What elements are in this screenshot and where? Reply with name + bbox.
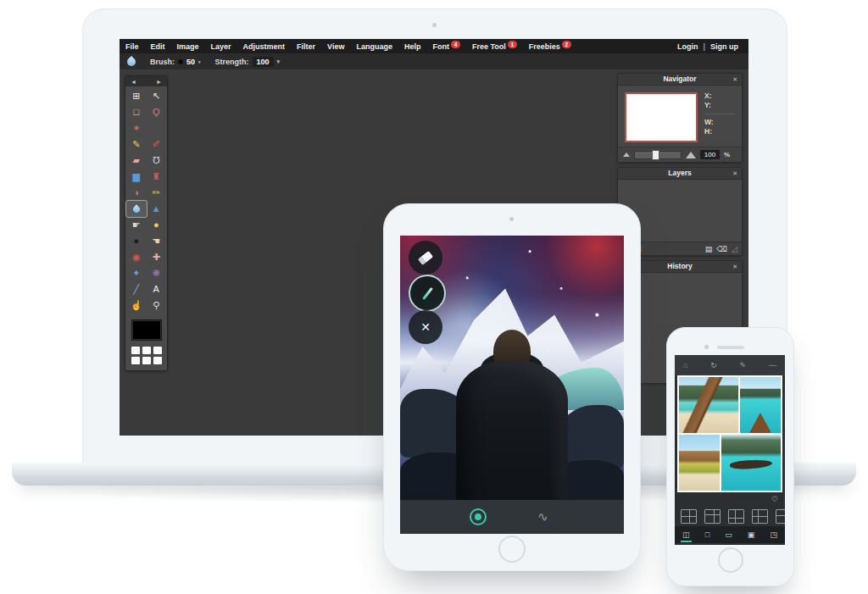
login-link[interactable]: Login [677, 42, 698, 51]
palette-next-icon[interactable]: ► [156, 79, 162, 85]
close-icon[interactable]: ✕ [732, 74, 737, 85]
delete-layer-icon[interactable]: ⌫ [716, 245, 727, 253]
pinch-tool[interactable]: ❋ [147, 265, 167, 281]
eraser-button[interactable] [409, 241, 442, 275]
heart-icon[interactable]: ♡ [771, 495, 778, 503]
bloat-tool[interactable]: ✦ [126, 265, 147, 281]
merge-layer-icon[interactable]: ▤ [705, 245, 713, 253]
close-icon[interactable]: ✕ [732, 261, 737, 272]
navigator-title: Navigator [663, 75, 696, 83]
sharpen-tool[interactable]: ▲ [147, 201, 167, 217]
doodle-button[interactable]: ∿ [537, 508, 548, 525]
brush-dropdown-icon[interactable]: ▾ [198, 60, 201, 64]
close-icon[interactable]: ✕ [732, 168, 737, 179]
menu-language[interactable]: Language [350, 42, 398, 51]
palette-prev-icon[interactable]: ◄ [131, 79, 136, 85]
zoom-slider-handle[interactable] [652, 150, 659, 160]
gradient-tool[interactable]: ▆ [126, 169, 147, 185]
spot-heal-tool[interactable]: ✚ [147, 249, 167, 265]
navigator-header[interactable]: Navigator ✕ [618, 74, 742, 86]
tab-filters[interactable]: ▣ [745, 530, 758, 540]
crop-tool[interactable]: ⊞ [126, 88, 147, 104]
menu-help[interactable]: Help [398, 42, 427, 51]
phone-home-button[interactable] [718, 547, 743, 573]
refresh-icon[interactable]: ↻ [710, 361, 717, 369]
pencil-tool[interactable]: ✎ [126, 136, 147, 153]
collage-row [679, 377, 781, 433]
marquee-tool[interactable]: □ [126, 104, 147, 120]
photo-coconuts-beach[interactable] [679, 435, 720, 491]
brush-option[interactable]: Brush: 50 ▾ [150, 58, 201, 66]
tab-stickers[interactable]: ◳ [767, 530, 780, 540]
lasso-tool[interactable]: Ϙ [147, 104, 167, 120]
auth-links: Login | Sign up [677, 42, 748, 51]
eraser-tool[interactable]: ▰ [126, 153, 147, 169]
more-icon[interactable]: — [769, 361, 776, 369]
menu-file[interactable]: File [120, 42, 145, 51]
color-picker-tool[interactable]: ╱ [126, 281, 147, 297]
layout-option-left-column[interactable] [752, 509, 768, 524]
zoom-value[interactable]: 100 [700, 150, 720, 159]
menu-adjustment[interactable]: Adjustment [237, 42, 292, 51]
zoom-slider[interactable] [634, 151, 682, 159]
photo-beach-boats[interactable] [679, 377, 738, 433]
menu-badge: 2 [562, 41, 571, 48]
drawing-tool[interactable]: ✏ [147, 185, 167, 201]
phone-top-bar: ⌂↻✎— [675, 355, 785, 375]
edit-icon[interactable]: ✎ [740, 361, 747, 369]
move-tool[interactable]: ↖ [147, 88, 167, 104]
history-title: History [667, 262, 692, 270]
blur-tool[interactable] [126, 201, 147, 217]
brush-button[interactable] [409, 275, 446, 312]
menu-font[interactable]: Font4 [426, 42, 466, 51]
red-eye-tool[interactable]: ◉ [126, 249, 147, 265]
menu-edit[interactable]: Edit [145, 42, 171, 51]
layers-header[interactable]: Layers ✕ [618, 168, 742, 180]
type-tool[interactable]: A [147, 281, 167, 297]
bucket-tool[interactable]: ℧ [147, 153, 167, 169]
photo-lagoon-boat[interactable] [721, 435, 781, 491]
smudge-tool[interactable]: ☛ [126, 217, 147, 233]
menu-label: Help [404, 42, 421, 51]
burn-tool[interactable]: ● [126, 233, 147, 249]
tab-frames[interactable]: ▭ [722, 530, 735, 540]
palette-mini-grid[interactable] [131, 347, 162, 364]
burn-tool-icon: ● [133, 233, 139, 249]
hand-tool[interactable]: ☝ [126, 297, 147, 314]
sponge-tool[interactable]: ☚ [147, 233, 167, 249]
close-button[interactable]: ✕ [409, 310, 442, 344]
color-swatch[interactable] [131, 319, 162, 341]
menu-free-tool[interactable]: Free Tool1 [466, 42, 523, 51]
tab-single[interactable]: □ [703, 530, 712, 540]
menu-layer[interactable]: Layer [205, 42, 237, 51]
menu-label: File [125, 42, 139, 51]
tab-collage[interactable]: ◫ [680, 530, 693, 540]
menu-view[interactable]: View [321, 42, 350, 51]
color-replace-tool[interactable]: ◑ [126, 185, 147, 201]
layout-option-grid-2x2[interactable] [681, 509, 697, 524]
menu-image[interactable]: Image [171, 42, 205, 51]
menu-freebies[interactable]: Freebies2 [523, 42, 577, 51]
layout-option-split-top[interactable] [704, 509, 721, 524]
zoom-out-icon[interactable] [623, 153, 630, 157]
zoom-tool[interactable]: ⚲ [147, 297, 167, 314]
tablet-home-button[interactable] [498, 536, 526, 563]
w-label: W: [704, 118, 735, 127]
zoom-in-icon[interactable] [686, 152, 696, 158]
photo-boat-bow[interactable] [740, 377, 781, 433]
navigator-preview[interactable] [625, 92, 698, 142]
dodge-tool[interactable]: ● [147, 217, 167, 233]
signup-link[interactable]: Sign up [710, 42, 738, 51]
target-button[interactable] [470, 508, 487, 525]
menu-filter[interactable]: Filter [291, 42, 321, 51]
clone-stamp-tool[interactable]: ♜ [147, 169, 167, 185]
layout-option-grid-mixed[interactable] [776, 509, 785, 524]
brush-tool[interactable]: ✐ [147, 136, 167, 153]
tablet-photo-canvas[interactable]: ✕ [400, 236, 624, 500]
strength-dropdown-icon[interactable]: ▾ [277, 58, 281, 65]
layout-option-split-left[interactable] [728, 509, 744, 524]
wand-tool[interactable]: ✶ [126, 120, 147, 136]
strength-option[interactable]: Strength: 100 ▾ [215, 57, 281, 67]
panel-resize-icon[interactable]: ◿ [732, 245, 737, 253]
home-icon[interactable]: ⌂ [683, 361, 687, 369]
